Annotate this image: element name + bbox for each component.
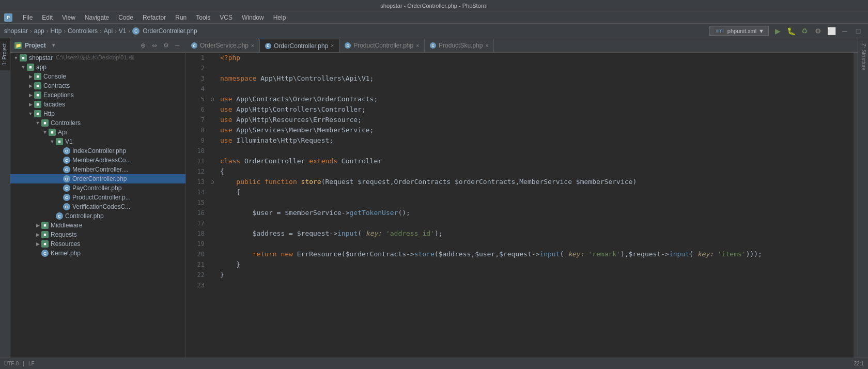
tree-item-v1[interactable]: ▼ ■ V1 xyxy=(10,137,185,146)
tree-item-ordercontroller[interactable]: ▶ C OrderController.php xyxy=(10,174,185,183)
fold-5[interactable]: ○ xyxy=(209,94,216,104)
menu-run[interactable]: Run xyxy=(171,13,191,22)
token-comma-s1: , xyxy=(471,250,475,258)
fold-16 xyxy=(209,208,216,218)
menu-window[interactable]: Window xyxy=(238,13,268,22)
breadcrumb-v1[interactable]: V1 xyxy=(119,27,127,35)
token-use-1-val: App\Contracts\Order\OrderContracts; xyxy=(232,95,378,103)
menu-tools[interactable]: Tools xyxy=(192,13,214,22)
tab-close-ordercontroller[interactable]: × xyxy=(331,43,334,49)
profile-button[interactable]: ⚙ xyxy=(812,25,824,37)
code-line-10 xyxy=(220,146,854,156)
tab-close-productsku[interactable]: × xyxy=(485,43,488,49)
stop-button[interactable]: ⬜ xyxy=(826,25,837,37)
maximize-button[interactable]: □ xyxy=(853,25,864,37)
menu-code[interactable]: Code xyxy=(114,13,137,22)
token-remark-str: 'remark' xyxy=(588,250,621,258)
breadcrumb-http[interactable]: Http xyxy=(50,27,61,35)
breadcrumb-api[interactable]: Api xyxy=(104,27,113,35)
tree-item-facades[interactable]: ▶ ■ facades xyxy=(10,100,185,109)
phpunit-button[interactable]: xml phpunit.xml ▼ xyxy=(709,26,769,36)
menu-help[interactable]: Help xyxy=(269,13,290,22)
file-icon-membercontroller: C xyxy=(63,166,70,173)
tree-item-kernel[interactable]: ▶ C Kernel.php xyxy=(10,249,185,258)
tree-item-middleware[interactable]: ▶ ■ Middleware xyxy=(10,221,185,230)
fold-8 xyxy=(209,125,216,135)
tree-item-paycontroller[interactable]: ▶ C PayController.php xyxy=(10,183,185,193)
tab-productsku[interactable]: C ProductSku.php × xyxy=(425,39,494,52)
tab-productcontroller[interactable]: C ProductController.php × xyxy=(339,39,425,52)
tree-item-api[interactable]: ▼ ■ Api xyxy=(10,128,185,137)
project-tab[interactable]: 1: Project xyxy=(0,38,10,70)
label-exceptions: Exceptions xyxy=(43,91,74,99)
label-app: app xyxy=(36,64,47,71)
tab-close-productcontroller[interactable]: × xyxy=(416,43,419,49)
tab-icon-productsku: C xyxy=(430,42,436,49)
coverage-button[interactable]: ♻ xyxy=(799,25,810,37)
left-side-panel: 1: Project xyxy=(0,38,10,358)
tree-item-productcontroller[interactable]: ▶ C ProductController.p... xyxy=(10,193,185,202)
tree-item-shopstar[interactable]: ▼ ■ shopstar C:\Users\佐佐木\Desktop\01.框 xyxy=(10,53,185,63)
tree-item-http[interactable]: ▼ ■ Http xyxy=(10,109,185,118)
code-line-3: namespace App\Http\Controllers\Api\V1; xyxy=(220,73,854,84)
breadcrumb-file[interactable]: OrderController.php xyxy=(143,27,197,35)
token-arrow-1: -> xyxy=(342,209,350,217)
code-editor[interactable]: 1 2 3 4 5 6 7 8 9 10 11 12 13 14 15 16 1 xyxy=(186,53,858,358)
tree-item-verificationcodes[interactable]: ▶ C VerificationCodesC... xyxy=(10,202,185,211)
menu-vcs[interactable]: VCS xyxy=(215,13,237,22)
code-lines[interactable]: <?php namespace App\Http\Controllers\Api… xyxy=(216,53,854,358)
tree-item-app[interactable]: ▼ ■ app xyxy=(10,63,185,72)
structure-tab[interactable]: Z: Structure xyxy=(858,38,868,75)
close-tree-icon[interactable]: ─ xyxy=(173,41,181,50)
menu-navigate[interactable]: Navigate xyxy=(81,13,113,22)
token-use-2: use xyxy=(220,105,232,113)
debug-button[interactable]: 🐛 xyxy=(785,25,797,37)
token-user-arg: $user xyxy=(475,250,495,258)
line-num-19: 19 xyxy=(186,239,205,249)
fold-10 xyxy=(209,146,216,156)
tree-dropdown-icon[interactable]: ▼ xyxy=(51,42,56,48)
tree-item-contracts[interactable]: ▶ ■ Contracts xyxy=(10,81,185,90)
token-php-open: <?php xyxy=(220,54,240,62)
tab-label-orderservice: OrderService.php xyxy=(200,42,249,49)
tree-item-controllers[interactable]: ▼ ■ Controllers xyxy=(10,118,185,128)
tree-item-console[interactable]: ▶ ■ Console xyxy=(10,72,185,81)
fold-13[interactable]: ○ xyxy=(209,177,216,187)
locate-icon[interactable]: ⊕ xyxy=(139,41,147,50)
settings-icon[interactable]: ⚙ xyxy=(162,41,170,50)
scrollbar-vertical[interactable] xyxy=(854,53,858,358)
menu-view[interactable]: View xyxy=(58,13,80,22)
collapse-icon[interactable]: ⇔ xyxy=(150,41,159,50)
run-button[interactable]: ▶ xyxy=(772,25,783,37)
menu-edit[interactable]: Edit xyxy=(38,13,57,22)
tree-item-membercontroller[interactable]: ▶ C MemberController.... xyxy=(10,165,185,174)
breadcrumb-shopstar[interactable]: shopstar xyxy=(4,27,28,35)
tab-ordercontroller[interactable]: C OrderController.php × xyxy=(260,39,339,52)
tree-item-indexcontroller[interactable]: ▶ C IndexController.php xyxy=(10,146,185,156)
tree-item-memberaddress[interactable]: ▶ C MemberAddressCo... xyxy=(10,156,185,165)
file-icon-verificationcodes: C xyxy=(63,203,70,210)
token-input-1-paren: ( xyxy=(358,229,366,237)
token-indent-16 xyxy=(220,209,253,217)
tab-orderservice[interactable]: C OrderService.php × xyxy=(186,39,260,52)
breadcrumb-app[interactable]: app xyxy=(34,27,44,35)
token-class-name: OrderController xyxy=(244,157,305,165)
tree-item-requests[interactable]: ▶ ■ Requests xyxy=(10,230,185,239)
code-line-11: class OrderController extends Controller xyxy=(220,156,854,166)
code-line-8: use App\Services\Member\MemberService; xyxy=(220,125,854,135)
menu-file[interactable]: File xyxy=(19,13,37,22)
token-indent-20 xyxy=(220,250,253,258)
label-facades: facades xyxy=(43,101,65,108)
tree-item-exceptions[interactable]: ▶ ■ Exceptions xyxy=(10,90,185,100)
token-arrow-3: -> xyxy=(406,250,414,258)
token-indent-18 xyxy=(220,229,253,237)
tree-item-resources[interactable]: ▶ ■ Resources xyxy=(10,239,185,249)
token-request-2: $request xyxy=(499,250,532,258)
tree-item-controller[interactable]: ▶ C Controller.php xyxy=(10,211,185,221)
breadcrumb-controllers[interactable]: Controllers xyxy=(68,27,98,35)
minimize-button[interactable]: ─ xyxy=(839,25,850,37)
menu-refactor[interactable]: Refactor xyxy=(138,13,170,22)
token-input-2-paren: ( xyxy=(560,250,568,258)
tab-close-orderservice[interactable]: × xyxy=(251,43,254,49)
file-tree-panel: 📁 Project ▼ ⊕ ⇔ ⚙ ─ ▼ ■ shopstar C xyxy=(10,38,186,358)
